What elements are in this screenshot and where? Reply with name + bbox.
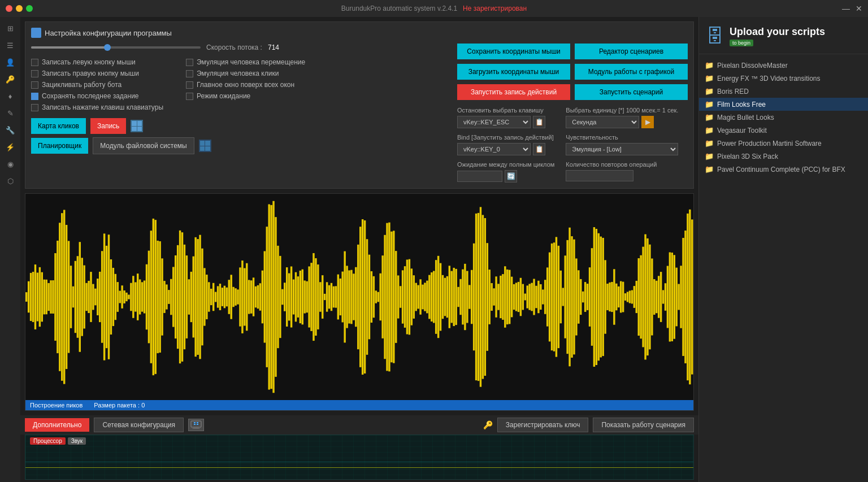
svg-rect-8 xyxy=(25,435,693,479)
unit-color-btn[interactable]: ▶ xyxy=(641,116,654,128)
bind-key-icon-btn[interactable]: 📋 xyxy=(533,143,545,155)
left-sidebar: ⊞ ☰ 👤 🔑 ♦ ✎ 🔧 ⚡ ◉ ⬡ xyxy=(0,17,20,482)
unit-select[interactable]: Секунда xyxy=(566,116,639,128)
checkbox-3[interactable] xyxy=(31,81,38,89)
file-item-6[interactable]: 📁 Vegasaur Toolkit xyxy=(699,124,868,137)
sidebar-icon-tools[interactable]: 🔧 xyxy=(3,123,17,137)
file-item-8[interactable]: 📁 Pixelan 3D Six Pack xyxy=(699,150,868,163)
title-bar: BurundukPro automatic system v.2.4.1 Не … xyxy=(0,0,868,17)
minimize-button[interactable]: — xyxy=(842,4,850,13)
checkbox-row-1: Записать левую кнопку мыши xyxy=(31,58,163,66)
window-actions: — ✕ xyxy=(842,4,862,13)
file-item-4[interactable]: 📁 Film Looks Free xyxy=(699,98,868,111)
checkbox-4[interactable] xyxy=(31,93,38,100)
sidebar-icon-hex[interactable]: ⬡ xyxy=(3,174,17,188)
checkbox-9[interactable] xyxy=(186,93,193,100)
sidebar-icon-lightning[interactable]: ⚡ xyxy=(3,140,17,154)
bottom-left-btns: Карта кликов Запись xyxy=(31,118,448,134)
grid-icon-1[interactable] xyxy=(131,120,143,132)
start-record-button[interactable]: Запустить запись действий xyxy=(457,84,570,100)
folder-icon-9: 📁 xyxy=(705,165,714,173)
close-button[interactable]: ✕ xyxy=(856,4,862,13)
folder-icon-2: 📁 xyxy=(705,74,714,82)
maximize-dot[interactable] xyxy=(26,5,33,12)
sidebar-icon-key[interactable]: 🔑 xyxy=(3,72,17,86)
config-title: Настройка конфигурации программы xyxy=(31,28,688,38)
config-panel: Настройка конфигурации программы Скорост… xyxy=(25,21,694,189)
repeat-input[interactable] xyxy=(566,170,633,181)
minimize-dot[interactable] xyxy=(16,5,23,12)
center-content: Настройка конфигурации программы Скорост… xyxy=(20,17,698,482)
svg-rect-2 xyxy=(193,427,199,428)
mini-graph: Процессор Звук xyxy=(25,435,694,480)
checkbox-row-3: Зацикливать работу бота xyxy=(31,81,163,89)
speed-slider-row: Скорость потока : 714 xyxy=(31,44,448,51)
sidebar-icon-grid[interactable]: ⊞ xyxy=(3,21,17,35)
show-scenario-button[interactable]: Показать работу сценария xyxy=(593,418,694,432)
close-dot[interactable] xyxy=(6,5,12,12)
sidebar-icon-circle[interactable]: ◉ xyxy=(3,157,17,171)
options-grid: Записать левую кнопку мыши Записать прав… xyxy=(31,58,448,111)
scenario-editor-button[interactable]: Редактор сценариев xyxy=(575,44,688,59)
file-item-1[interactable]: 📁 Pixelan DissolveMaster xyxy=(699,59,868,72)
save-coords-button[interactable]: Сохранить координаты мыши xyxy=(457,44,570,59)
stop-key-icon-btn[interactable]: 📋 xyxy=(533,116,545,128)
slider-thumb[interactable] xyxy=(104,44,111,51)
folder-icon-7: 📁 xyxy=(705,139,714,147)
graph-module-button[interactable]: Модуль работы с графикой xyxy=(575,64,688,80)
checkbox-5[interactable] xyxy=(31,104,38,111)
config-fields: Остановить выбрать клавишу vKey::KEY_ESC… xyxy=(457,107,688,183)
stop-key-select[interactable]: vKey::KEY_ESC xyxy=(457,116,531,128)
extra-button[interactable]: Дополнительно xyxy=(25,418,89,432)
svg-rect-4 xyxy=(194,422,196,423)
speed-slider-track[interactable] xyxy=(31,46,201,49)
net-icon[interactable] xyxy=(188,419,204,431)
checkbox-row-5: Записать нажатие клавиш клавиатуры xyxy=(31,103,163,111)
svg-rect-3 xyxy=(192,428,200,429)
checkbox-row-4: Сохранять последнее задание xyxy=(31,92,163,100)
sidebar-icon-menu[interactable]: ☰ xyxy=(3,38,17,52)
run-scenario-button[interactable]: Запустить сценарий xyxy=(575,84,688,100)
database-icon: 🗄 xyxy=(706,26,724,47)
scheduler-button[interactable]: Планировщик xyxy=(31,138,88,154)
config-main: Скорость потока : 714 Записать левую кно… xyxy=(31,44,688,183)
map-button[interactable]: Карта кликов xyxy=(31,118,86,134)
checkbox-6[interactable] xyxy=(186,59,193,66)
waveform-panel: Построение пиков Размер пакета : 0 xyxy=(25,193,694,411)
checkbox-8[interactable] xyxy=(186,81,193,89)
file-item-5[interactable]: 📁 Magic Bullet Looks xyxy=(699,111,868,124)
grid-icon-2[interactable] xyxy=(199,140,211,152)
svg-rect-6 xyxy=(197,422,198,423)
wait-icon-btn[interactable]: 🔄 xyxy=(505,170,517,183)
record-button[interactable]: Запись xyxy=(90,118,126,134)
file-item-3[interactable]: 📁 Boris RED xyxy=(699,85,868,98)
sidebar-icon-user[interactable]: 👤 xyxy=(3,55,17,69)
checkbox-7[interactable] xyxy=(186,70,193,77)
sensitivity-select[interactable]: Эмуляция - [Low] xyxy=(566,143,678,155)
load-coords-button[interactable]: Загрузить координаты мыши xyxy=(457,64,570,80)
register-key-button[interactable]: Зарегистрировать ключ xyxy=(497,418,589,432)
checkbox-2[interactable] xyxy=(31,70,38,77)
action-btns-row2: Загрузить координаты мыши Модуль работы … xyxy=(457,64,688,80)
folder-icon-4: 📁 xyxy=(705,100,714,108)
stop-key-group: Остановить выбрать клавишу vKey::KEY_ESC… xyxy=(457,107,554,183)
wait-input[interactable] xyxy=(457,171,502,182)
bottom-left-btns2: Планировщик Модуль файловой системы xyxy=(31,137,448,154)
key-icon: 🔑 xyxy=(483,420,493,429)
graph-grid xyxy=(25,435,693,479)
sidebar-icon-diamond[interactable]: ♦ xyxy=(3,89,17,103)
file-module-button[interactable]: Модуль файловой системы xyxy=(93,137,194,154)
bind-key-select[interactable]: vKey::KEY_0 xyxy=(457,143,531,155)
svg-rect-1 xyxy=(191,421,201,427)
file-item-7[interactable]: 📁 Power Production Martini Software xyxy=(699,137,868,150)
file-item-2[interactable]: 📁 Energy FX ™ 3D Video transitions xyxy=(699,72,868,85)
file-item-9[interactable]: 📁 Pavel Continuum Complete (PCC) for BFX xyxy=(699,163,868,176)
net-config-button[interactable]: Сетевая конфигурация xyxy=(94,418,184,432)
options-col-right: Эмуляция человека перемещение Эмуляция ч… xyxy=(186,58,305,111)
sidebar-icon-edit[interactable]: ✎ xyxy=(3,106,17,120)
svg-rect-7 xyxy=(197,424,198,425)
unit-row: Секунда ▶ xyxy=(566,116,678,128)
options-col-left: Записать левую кнопку мыши Записать прав… xyxy=(31,58,163,111)
wait-row: 🔄 xyxy=(457,170,554,183)
checkbox-1[interactable] xyxy=(31,59,38,66)
